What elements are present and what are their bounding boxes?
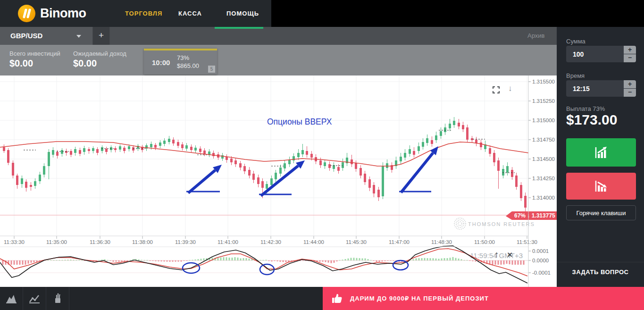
indicator-close-icon[interactable]: × [507, 250, 512, 260]
trade-amount: $865.00 [177, 62, 199, 69]
drawing-tools-button[interactable] [46, 287, 69, 310]
asset-pair-label: GBP/USD [10, 32, 42, 40]
svg-text:11:38:00: 11:38:00 [132, 239, 153, 245]
hotkeys-button[interactable]: Горячие клавиши [566, 205, 636, 220]
indicator-collapse-icon[interactable]: ↑ [494, 250, 499, 260]
fullscreen-icon[interactable] [493, 86, 500, 93]
macd-histogram [2, 257, 525, 265]
area-chart-icon [5, 293, 17, 305]
asset-pair-dropdown[interactable]: GBP/USD [0, 27, 92, 45]
chart-type-area-button[interactable] [0, 287, 23, 310]
svg-text:11:39:30: 11:39:30 [175, 239, 196, 245]
svg-text:11:45:30: 11:45:30 [346, 239, 367, 245]
time-increase-button[interactable]: + [624, 80, 636, 88]
svg-text:1.314000: 1.314000 [532, 195, 555, 201]
total-invested-stat: Всего инвестиций $0.00 [9, 50, 60, 69]
svg-text:11:51:30: 11:51:30 [517, 239, 537, 245]
active-nav-underline [215, 27, 263, 29]
svg-text:11:48:30: 11:48:30 [431, 239, 452, 245]
bottom-toolbar: ДАРИМ ДО 9000₽ НА ПЕРВЫЙ ДЕПОЗИТ [0, 287, 644, 310]
svg-text:11:33:30: 11:33:30 [4, 239, 25, 245]
chart-type-line-button[interactable] [23, 287, 46, 310]
ask-question-button[interactable]: ЗАДАТЬ ВОПРОС [557, 268, 644, 276]
chevron-down-icon [76, 35, 81, 38]
nav-item-cashier[interactable]: КАССА [178, 0, 202, 27]
binomo-logo-icon [18, 5, 35, 22]
payout-value: $173.00 [566, 112, 617, 128]
amount-stepper: + − [624, 46, 636, 62]
amount-decrease-button[interactable]: − [624, 54, 636, 62]
svg-text:1.314750: 1.314750 [532, 137, 555, 142]
svg-text:11:36:30: 11:36:30 [90, 239, 110, 245]
time-stepper: + − [624, 80, 636, 97]
archive-link[interactable]: Архив [527, 27, 544, 45]
sidebar-divider [557, 262, 644, 262]
total-invested-label: Всего инвестиций [9, 50, 60, 57]
line-chart-icon [28, 293, 41, 305]
trading-app: Binomo ТОРГОВЛЯ КАССА ПОМОЩЬ GBP/USD + А… [0, 0, 644, 310]
price-chart[interactable]: 11:33:3011:35:0011:36:3011:38:0011:39:30… [0, 75, 557, 287]
svg-text:0.0001: 0.0001 [532, 248, 549, 254]
svg-text:-0.0001: -0.0001 [532, 270, 551, 276]
time-decrease-button[interactable]: − [624, 89, 636, 97]
svg-text:1.314500: 1.314500 [532, 156, 555, 162]
svg-text:11:35:00: 11:35:00 [46, 239, 67, 245]
svg-text:11:42:30: 11:42:30 [260, 239, 281, 245]
crossover-circle [260, 264, 274, 275]
payout-label: Выплата 73% [566, 105, 605, 112]
macd-signal-line [0, 249, 527, 276]
navbar-black-panel [271, 0, 644, 27]
asset-tabstrip: GBP/USD + Архив [0, 27, 557, 45]
expected-income-label: Ожидаемый доход [73, 50, 126, 57]
scroll-down-icon[interactable]: ↓ [508, 84, 512, 93]
svg-text:1.315000: 1.315000 [532, 117, 555, 123]
top-navbar: Binomo ТОРГОВЛЯ КАССА ПОМОЩЬ [0, 0, 644, 27]
banner-text: ДАРИМ ДО 9000₽ НА ПЕРВЫЙ ДЕПОЗИТ [350, 295, 489, 302]
stats-bar: Всего инвестиций $0.00 Ожидаемый доход $… [0, 45, 557, 75]
svg-text:67% ↓ 1.313775: 67% ↓ 1.313775 [514, 212, 555, 219]
trade-count-badge: 5 [208, 66, 215, 73]
time-label: Время [566, 72, 585, 79]
svg-text:1.315500: 1.315500 [532, 79, 555, 84]
svg-text:11:41:00: 11:41:00 [217, 239, 238, 245]
chart-down-icon [594, 180, 608, 193]
svg-text:THOMSON REUTERS: THOMSON REUTERS [468, 221, 535, 227]
pencil-cup-icon [51, 293, 64, 305]
call-up-button[interactable] [566, 138, 636, 167]
amount-increase-button[interactable]: + [624, 46, 636, 54]
total-invested-value: $0.00 [9, 58, 60, 69]
svg-text:11:47:00: 11:47:00 [389, 239, 410, 245]
svg-text:11:44:00: 11:44:00 [303, 239, 324, 245]
trade-info-card[interactable]: 10:00 73% $865.00 5 [144, 49, 217, 75]
crossover-circle [393, 260, 408, 270]
nav-item-help[interactable]: ПОМОЩЬ [226, 0, 259, 27]
chart-annotation: Опционы ВВЕРХ [267, 117, 332, 126]
trade-panel: Сумма + − Время + − Выплата 73% $173.00 [557, 27, 644, 287]
chart-up-icon [594, 146, 608, 159]
thumbs-up-icon [331, 293, 343, 305]
expected-income-stat: Ожидаемый доход $0.00 [73, 50, 126, 69]
expected-income-value: $0.00 [73, 58, 126, 69]
chart-region: 11:33:3011:35:0011:36:3011:38:0011:39:30… [0, 75, 557, 287]
candles [3, 117, 527, 211]
svg-text:11:50:00: 11:50:00 [474, 239, 495, 245]
svg-text:0.0000: 0.0000 [532, 258, 549, 263]
brand-name: Binomo [40, 6, 86, 21]
deposit-promo-banner[interactable]: ДАРИМ ДО 9000₽ НА ПЕРВЫЙ ДЕПОЗИТ [323, 287, 644, 310]
svg-text:1.314250: 1.314250 [532, 176, 555, 181]
trade-percent: 73% [177, 54, 189, 61]
amount-label: Сумма [566, 38, 585, 45]
svg-text:1.315250: 1.315250 [532, 98, 555, 104]
trade-time: 10:00 [152, 59, 170, 67]
nav-item-trading[interactable]: ТОРГОВЛЯ [125, 0, 162, 27]
add-asset-tab-button[interactable]: + [92, 27, 110, 45]
binomo-logo[interactable]: Binomo [18, 5, 86, 22]
put-down-button[interactable] [566, 173, 636, 200]
